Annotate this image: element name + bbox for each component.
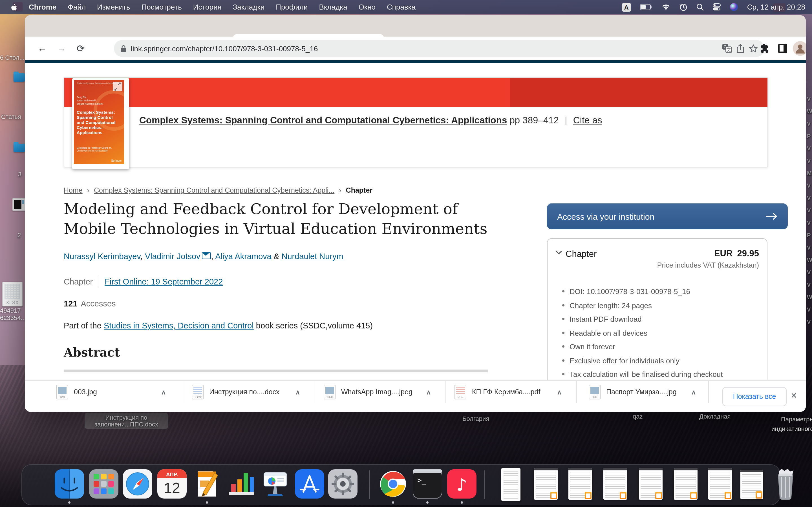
menu-item-view[interactable]: Посмотреть xyxy=(141,3,182,11)
profile-avatar[interactable] xyxy=(793,41,806,56)
folder-icon[interactable] xyxy=(13,144,25,152)
list-item: Own it forever xyxy=(562,342,761,351)
control-center-icon[interactable] xyxy=(713,3,721,11)
dock-minimized-document[interactable] xyxy=(534,468,558,500)
desktop-label[interactable]: 494917 xyxy=(0,307,20,314)
back-button[interactable]: ← xyxy=(33,43,52,54)
dock-safari-icon[interactable] xyxy=(123,469,152,499)
siri-icon[interactable] xyxy=(730,3,738,11)
dock-pages-icon[interactable] xyxy=(192,469,221,499)
list-item: Tax calculation will be finalised during… xyxy=(562,370,761,379)
dock-minimized-document[interactable] xyxy=(501,468,520,501)
menu-item-app[interactable]: Chrome xyxy=(29,3,56,11)
author-link[interactable]: Nurdaulet Nurym xyxy=(282,252,343,261)
spotlight-search-icon[interactable] xyxy=(696,3,704,11)
dock-chrome-icon[interactable] xyxy=(378,469,408,499)
expand-cover-icon[interactable]: ↗↙ xyxy=(113,82,122,91)
translate-icon[interactable]: G文 xyxy=(722,44,732,53)
download-menu-chevron[interactable]: ∧ xyxy=(557,388,562,396)
apple-logo-icon[interactable] xyxy=(10,3,17,11)
menu-item-history[interactable]: История xyxy=(193,3,221,11)
dock-minimized-document[interactable] xyxy=(603,468,627,500)
book-title-link[interactable]: Complex Systems: Spanning Control and Co… xyxy=(139,115,507,125)
desktop-label[interactable]: индикативного п xyxy=(771,425,812,432)
breadcrumb-home[interactable]: Home xyxy=(64,186,83,194)
dock-launchpad-icon[interactable] xyxy=(89,469,118,499)
desktop-label[interactable]: 623354... xyxy=(0,314,26,321)
email-icon[interactable] xyxy=(202,252,211,259)
menu-item-bookmarks[interactable]: Закладки xyxy=(233,3,265,11)
breadcrumb-book[interactable]: Complex Systems: Spanning Control and Co… xyxy=(94,186,335,194)
dock-trash-icon[interactable] xyxy=(771,468,800,497)
desktop-label[interactable]: 2 xyxy=(17,231,21,238)
menu-bar-clock[interactable]: Ср, 12 апр. 20:28 xyxy=(747,3,805,11)
image-file-icon[interactable] xyxy=(12,198,26,211)
desktop-label[interactable]: Докладная xyxy=(699,413,730,420)
dock-numbers-icon[interactable] xyxy=(227,469,256,499)
download-item[interactable]: JPEG WhatsApp Imag....jpeg ∧ xyxy=(324,381,439,403)
folder-icon[interactable] xyxy=(13,73,25,82)
purchase-chapter-label[interactable]: Chapter xyxy=(566,249,597,259)
author-link[interactable]: Nurassyl Kerimbayev xyxy=(64,252,140,261)
dock-minimized-document[interactable] xyxy=(741,470,763,499)
dock-minimized-document[interactable] xyxy=(639,468,663,500)
dock-settings-icon[interactable] xyxy=(328,469,357,499)
desktop-label[interactable]: Параметры xyxy=(781,416,812,422)
chevron-down-icon[interactable] xyxy=(555,250,562,255)
desktop-label[interactable]: Статья xyxy=(1,113,21,120)
forward-button[interactable]: → xyxy=(52,43,71,54)
reload-button[interactable]: ⟳ xyxy=(71,43,90,54)
dock-appstore-icon[interactable] xyxy=(295,469,324,499)
menu-item-edit[interactable]: Изменить xyxy=(97,3,130,11)
book-cover-thumbnail[interactable]: Studies in Systems, Decision and Control… xyxy=(72,78,129,169)
download-menu-chevron[interactable]: ∧ xyxy=(296,388,300,396)
battery-icon[interactable] xyxy=(640,4,652,10)
menu-item-file[interactable]: Файл xyxy=(68,3,86,11)
cite-as-link[interactable]: Cite as xyxy=(573,115,602,125)
download-menu-chevron[interactable]: ∧ xyxy=(161,388,166,396)
banner-title-row: Complex Systems: Spanning Control and Co… xyxy=(139,115,756,126)
desktop-label[interactable]: 3 xyxy=(18,171,21,177)
access-institution-button[interactable]: Access via your institution xyxy=(547,203,788,229)
side-panel-icon[interactable] xyxy=(774,40,791,57)
download-menu-chevron[interactable]: ∧ xyxy=(426,388,431,396)
desktop-label[interactable]: Болгария xyxy=(462,415,489,422)
menu-item-tab[interactable]: Вкладка xyxy=(319,3,347,11)
list-item: DOI: 10.1007/978-3-031-00978-5_16 xyxy=(562,287,761,296)
extensions-puzzle-icon[interactable] xyxy=(756,40,773,57)
springer-page: Studies in Systems, Decision and Control… xyxy=(25,60,806,412)
download-item[interactable]: JPG 003.jpg ∧ xyxy=(56,381,176,403)
close-downloads-bar-icon[interactable]: ✕ xyxy=(791,391,797,400)
first-online-link[interactable]: First Online: 19 September 2022 xyxy=(105,277,223,286)
download-item[interactable]: JPG Паспорт Умирза....jpg ∧ xyxy=(589,381,702,403)
show-all-downloads-button[interactable]: Показать все xyxy=(722,387,786,406)
desktop-label[interactable]: qaz xyxy=(633,413,643,420)
menu-item-help[interactable]: Справка xyxy=(387,3,416,11)
menu-item-window[interactable]: Окно xyxy=(359,3,375,11)
series-link[interactable]: Studies in Systems, Decision and Control xyxy=(104,321,254,330)
author-link[interactable]: Aliya Akramova xyxy=(215,252,271,261)
time-machine-icon[interactable] xyxy=(679,3,688,11)
wifi-icon[interactable] xyxy=(661,4,670,10)
dock-keynote-icon[interactable] xyxy=(260,469,290,499)
file-icon: DOCX xyxy=(192,385,204,399)
dock-minimized-document[interactable] xyxy=(674,468,698,500)
desktop-label[interactable]: 6 Стол... xyxy=(0,54,24,61)
address-bar[interactable]: link.springer.com/chapter/10.1007/978-3-… xyxy=(114,40,765,57)
dock-calendar-icon[interactable]: АПР.12 xyxy=(157,469,187,499)
xlsx-file-icon[interactable]: XLSX xyxy=(2,282,22,306)
dock-terminal-icon[interactable]: >_ xyxy=(413,469,442,499)
download-item[interactable]: DOCX Инструкция по....docx ∧ xyxy=(192,381,308,403)
menu-item-profiles[interactable]: Профили xyxy=(276,3,308,11)
author-link[interactable]: Vladimir Jotsov xyxy=(145,252,200,261)
input-source-badge[interactable]: A xyxy=(622,3,631,11)
download-item[interactable]: PDF КП ГФ Керимба....pdf ∧ xyxy=(455,381,569,403)
dock-minimized-document[interactable] xyxy=(568,468,592,500)
downloads-bar: JPG 003.jpg ∧ DOCX Инструкция по....docx… xyxy=(25,380,806,412)
download-menu-chevron[interactable]: ∧ xyxy=(691,388,696,396)
dock-music-icon[interactable]: ♪ xyxy=(447,469,476,499)
dock-finder-icon[interactable] xyxy=(55,469,84,499)
dock-minimized-document[interactable] xyxy=(708,468,732,500)
desktop-selected-file-label[interactable]: Инструкция по заполнени...ППС.docx xyxy=(85,413,168,429)
share-icon[interactable] xyxy=(737,44,744,53)
